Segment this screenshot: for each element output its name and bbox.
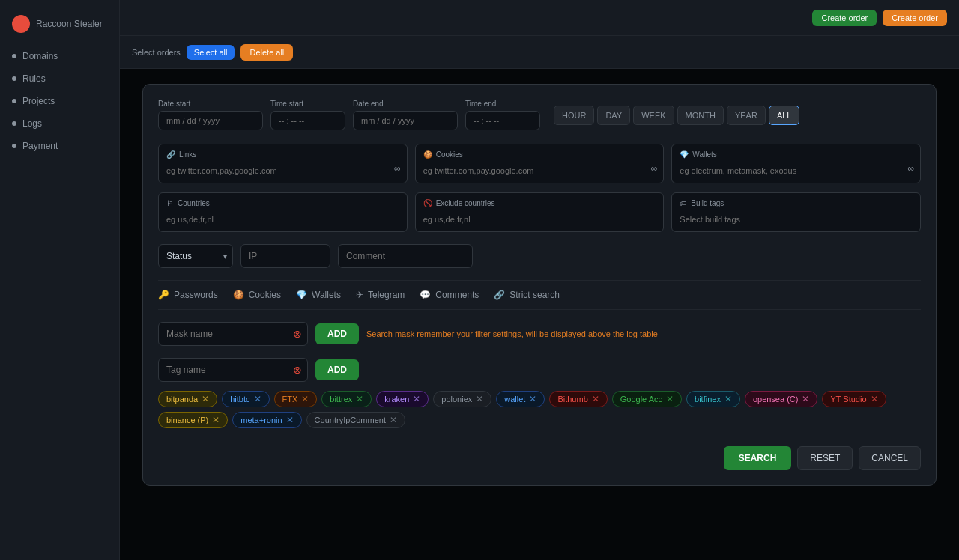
time-btn-all[interactable]: ALL — [769, 106, 800, 125]
toggle-wallets[interactable]: 💎 Wallets — [296, 290, 341, 300]
build-tags-input[interactable] — [680, 215, 913, 224]
date-end-group: Date end — [353, 100, 458, 130]
tag-remove-hitbtc[interactable]: ✕ — [254, 394, 261, 404]
ip-input[interactable] — [240, 244, 330, 268]
sidebar-item-domains[interactable]: Domains — [0, 45, 119, 67]
wallets-label: 💎 Wallets — [680, 150, 913, 159]
time-end-label: Time end — [465, 100, 540, 108]
tag-label: hitbtc — [230, 395, 249, 404]
mask-add-btn[interactable]: ADD — [315, 323, 359, 344]
toggle-strict-search[interactable]: 🔗 Strict search — [494, 290, 560, 300]
date-end-input[interactable] — [353, 111, 458, 130]
mask-hint: Search mask remember your filter setting… — [366, 329, 658, 338]
sidebar-label: Logs — [22, 118, 42, 129]
tag-input-wrapper: ⊗ — [158, 358, 308, 382]
tag-label: poloniex — [441, 395, 472, 404]
toggle-comments[interactable]: 💬 Comments — [420, 290, 479, 300]
time-buttons: HOUR DAY WEEK MONTH YEAR ALL — [554, 106, 799, 125]
tag-label: FTX — [282, 395, 298, 404]
time-end-group: Time end — [465, 100, 540, 130]
sidebar-item-rules[interactable]: Rules — [0, 67, 119, 90]
time-end-input[interactable] — [465, 111, 540, 130]
sidebar-item-projects[interactable]: Projects — [0, 90, 119, 112]
sidebar-item-logs[interactable]: Logs — [0, 112, 119, 135]
toggle-wallets-label: Wallets — [312, 290, 341, 300]
tag-remove-country-ip[interactable]: ✕ — [390, 415, 397, 425]
strict-search-icon: 🔗 — [494, 290, 505, 300]
exclude-countries-field: 🚫 Exclude countries — [415, 192, 665, 232]
tag-remove-opensea[interactable]: ✕ — [802, 394, 809, 404]
dot-icon — [12, 76, 16, 81]
select-all-btn[interactable]: Select all — [187, 45, 235, 60]
tag-remove-poloniex[interactable]: ✕ — [476, 394, 483, 404]
search-button[interactable]: SEARCH — [724, 446, 792, 470]
tag-remove-ftx[interactable]: ✕ — [301, 394, 309, 404]
sidebar-label: Projects — [22, 96, 55, 106]
sidebar-item-payment[interactable]: Payment — [0, 135, 119, 157]
reset-button[interactable]: RESET — [797, 446, 853, 470]
tag-remove-bittrex[interactable]: ✕ — [356, 394, 363, 404]
link-copy-icon: ∞ — [394, 163, 401, 174]
time-btn-hour[interactable]: HOUR — [554, 106, 594, 125]
tag-remove-kraken[interactable]: ✕ — [413, 394, 420, 404]
mask-name-input[interactable] — [158, 322, 308, 346]
tag-remove-bithumb[interactable]: ✕ — [592, 394, 599, 404]
status-select[interactable]: Status Active Inactive — [158, 244, 233, 268]
toggle-row: 🔑 Passwords 🍪 Cookies 💎 Wallets ✈ Telegr… — [158, 280, 921, 310]
countries-input[interactable] — [166, 215, 399, 224]
date-start-input[interactable] — [158, 111, 263, 130]
cookies-input[interactable] — [423, 166, 656, 175]
comment-input[interactable] — [338, 244, 473, 268]
time-btn-month[interactable]: MONTH — [677, 106, 724, 125]
tags-list: bitpanda ✕ hitbtc ✕ FTX ✕ bittrex ✕ krak… — [158, 391, 921, 428]
tag-add-btn[interactable]: ADD — [315, 359, 359, 380]
time-btn-day[interactable]: DAY — [597, 106, 630, 125]
tag-chip-bithumb: Bithumb ✕ — [549, 391, 607, 407]
wallets-icon: 💎 — [296, 290, 307, 300]
wallets-input[interactable] — [680, 166, 913, 175]
create-order-btn-1[interactable]: Create order — [812, 10, 877, 26]
cancel-button[interactable]: CANCEL — [859, 446, 921, 470]
toggle-cookies[interactable]: 🍪 Cookies — [233, 290, 281, 300]
toggle-passwords-label: Passwords — [174, 290, 218, 300]
tag-remove-yt-studio[interactable]: ✕ — [871, 394, 878, 404]
tag-name-input[interactable] — [158, 358, 308, 382]
password-icon: 🔑 — [158, 290, 169, 300]
bottom-buttons: SEARCH RESET CANCEL — [158, 440, 921, 470]
tag-remove-binance[interactable]: ✕ — [212, 415, 220, 425]
tag-chip-poloniex: poloniex ✕ — [433, 391, 491, 407]
links-field: 🔗 Links ∞ — [158, 144, 408, 183]
mask-input-wrapper: ⊗ — [158, 322, 308, 346]
tag-remove-bitfinex[interactable]: ✕ — [724, 394, 732, 404]
toggle-passwords[interactable]: 🔑 Passwords — [158, 290, 218, 300]
delete-all-btn[interactable]: Delete all — [240, 44, 293, 61]
create-order-btn-2[interactable]: Create order — [883, 10, 947, 26]
pagination-area: Select orders Select all Delete all — [120, 36, 959, 69]
time-btn-week[interactable]: WEEK — [633, 106, 674, 125]
time-start-input[interactable] — [270, 111, 345, 130]
tag-remove-bitpanda[interactable]: ✕ — [202, 394, 209, 404]
datetime-row: Date start Time start Date end Time end … — [158, 100, 921, 130]
date-end-label: Date end — [353, 100, 458, 108]
tag-label: meta+ronin — [240, 416, 282, 424]
cookie-icon: 🍪 — [423, 150, 432, 159]
time-btn-year[interactable]: YEAR — [727, 106, 766, 125]
topbar: Create order Create order — [120, 0, 959, 36]
comments-icon: 💬 — [420, 290, 431, 300]
tag-clear-btn[interactable]: ⊗ — [293, 364, 302, 376]
tag-label: bittrex — [330, 395, 352, 404]
date-start-group: Date start — [158, 100, 263, 130]
tag-remove-google-acc[interactable]: ✕ — [666, 394, 674, 404]
countries-label: 🏳 Countries — [166, 199, 399, 207]
flag-icon: 🏳 — [166, 199, 174, 207]
mask-clear-btn[interactable]: ⊗ — [293, 328, 302, 340]
tag-remove-wallet[interactable]: ✕ — [529, 394, 536, 404]
build-tags-field: 🏷 Build tags — [671, 192, 921, 232]
tag-remove-meta-ronin[interactable]: ✕ — [286, 415, 294, 425]
telegram-icon: ✈ — [356, 290, 363, 300]
toggle-telegram[interactable]: ✈ Telegram — [356, 290, 405, 300]
tag-chip-kraken: kraken ✕ — [376, 391, 429, 407]
time-start-group: Time start — [270, 100, 345, 130]
exclude-countries-input[interactable] — [423, 215, 656, 224]
links-input[interactable] — [166, 166, 399, 175]
